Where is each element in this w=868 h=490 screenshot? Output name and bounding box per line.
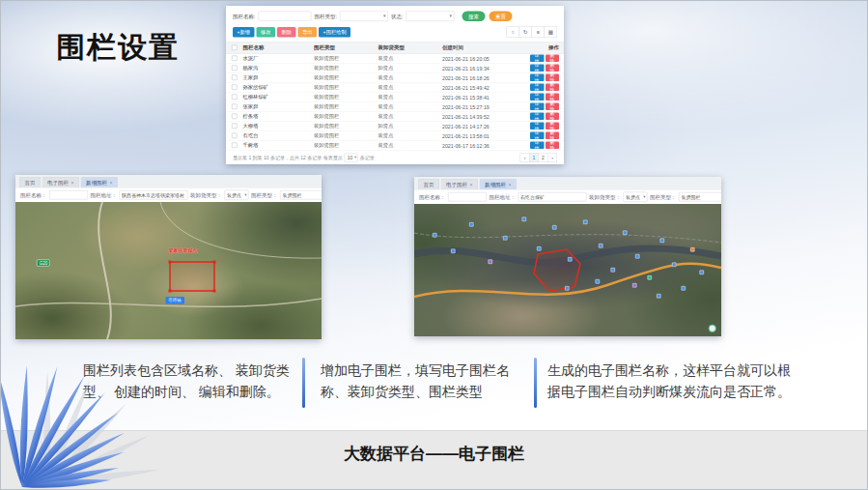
- delete-button[interactable]: 删除: [277, 27, 296, 38]
- town-marker[interactable]: 店塔镇: [165, 297, 184, 304]
- row-checkbox[interactable]: [232, 104, 238, 110]
- tab-home[interactable]: 首页: [19, 177, 41, 187]
- col-fence-type: 围栏类型: [314, 44, 378, 52]
- columns-icon[interactable]: ▦: [545, 26, 558, 38]
- cell-load-type: 装货点: [378, 84, 443, 91]
- map-marker[interactable]: [599, 244, 603, 248]
- map-marker[interactable]: [433, 233, 437, 238]
- row-delete-button[interactable]: 删除: [546, 142, 559, 150]
- search-button[interactable]: 搜索: [462, 11, 486, 21]
- add-button[interactable]: +新增: [233, 27, 255, 38]
- map-marker[interactable]: [690, 247, 695, 252]
- form-load-select[interactable]: 装货点: [624, 192, 648, 203]
- row-checkbox[interactable]: [232, 56, 238, 62]
- map-marker[interactable]: [700, 271, 705, 275]
- cell-created: 2021-06-21 15:38:41: [442, 94, 530, 100]
- close-icon[interactable]: ×: [109, 180, 112, 186]
- form-name-input[interactable]: [49, 190, 88, 200]
- cell-fence-type: 装卸货围栏: [314, 65, 378, 72]
- tab-new-fence[interactable]: 新增围栏×: [80, 177, 117, 187]
- map-marker[interactable]: [635, 254, 640, 259]
- cell-created: 2021-06-21 16:20:05: [442, 55, 530, 61]
- cell-fence-name: 大柳塔: [243, 123, 315, 130]
- row-detail-button[interactable]: 详情: [530, 142, 544, 150]
- map-marker[interactable]: [596, 279, 601, 284]
- map-compass[interactable]: [709, 325, 717, 333]
- row-checkbox[interactable]: [232, 75, 238, 81]
- map-marker[interactable]: [648, 275, 653, 280]
- cell-fence-type: 装卸货围栏: [314, 55, 378, 62]
- search-icon[interactable]: ○: [507, 26, 520, 38]
- reset-button[interactable]: 重置: [490, 11, 513, 21]
- pagination-info-suffix: 条记录: [360, 155, 375, 161]
- refresh-icon[interactable]: ↻: [519, 26, 533, 38]
- per-page-select[interactable]: 10: [345, 153, 358, 162]
- page-button[interactable]: ‹: [520, 153, 530, 162]
- fence-type-label: 围栏类型:: [315, 13, 338, 20]
- cell-load-type: 装货点: [378, 142, 443, 149]
- map-marker[interactable]: [503, 236, 508, 241]
- fence-name-input[interactable]: [259, 12, 312, 21]
- row-checkbox[interactable]: [232, 114, 238, 120]
- form-addr-input[interactable]: [518, 192, 587, 202]
- add-fence-window-city: 首页 电子围栏× 新增围栏× 围栏名称： 围栏地址： 装卸货类型： 装货点 围栏…: [414, 177, 721, 336]
- row-checkbox[interactable]: [232, 85, 238, 91]
- map-marker[interactable]: [552, 225, 557, 230]
- map-marker[interactable]: [623, 230, 628, 235]
- cell-fence-name: 红柳林煤矿: [243, 94, 315, 101]
- map-marker[interactable]: [659, 239, 664, 244]
- caption-divider: [302, 358, 305, 408]
- row-checkbox[interactable]: [232, 143, 238, 149]
- fence-type-select[interactable]: [340, 11, 388, 21]
- tab-efence[interactable]: 电子围栏×: [441, 179, 478, 189]
- cell-load-type: 装货点: [378, 55, 443, 62]
- map-marker[interactable]: [657, 294, 661, 299]
- form-name-input[interactable]: [448, 192, 487, 202]
- form-addr-label: 围栏地址：: [91, 191, 118, 199]
- map-marker[interactable]: [451, 249, 456, 254]
- map-marker[interactable]: [583, 219, 588, 224]
- select-all-checkbox[interactable]: [232, 45, 238, 51]
- tab-efence[interactable]: 电子围栏×: [42, 177, 79, 187]
- map-marker[interactable]: [611, 268, 616, 273]
- map-marker[interactable]: [488, 260, 492, 265]
- form-addr-label: 围栏地址：: [490, 193, 517, 201]
- page-button[interactable]: 2: [539, 153, 548, 162]
- map-marker[interactable]: [568, 257, 573, 262]
- form-load-select[interactable]: 装货点: [225, 190, 249, 201]
- draw-fence-button[interactable]: +围栏绘制: [319, 27, 350, 38]
- row-checkbox[interactable]: [232, 95, 238, 101]
- cell-created: 2021-06-21 16:18:26: [442, 74, 530, 80]
- form-type-label: 围栏类型：: [650, 193, 677, 201]
- satellite-map-city[interactable]: [414, 204, 721, 336]
- form-addr-input[interactable]: [120, 190, 188, 200]
- page-button[interactable]: 1: [529, 153, 539, 162]
- row-checkbox[interactable]: [232, 124, 238, 130]
- list-icon[interactable]: ≡: [532, 26, 546, 38]
- cell-fence-type: 装卸货围栏: [314, 94, 378, 101]
- row-checkbox[interactable]: [232, 66, 238, 72]
- tab-new-fence[interactable]: 新增围栏×: [479, 179, 516, 189]
- form-type-input[interactable]: [679, 192, 721, 202]
- satellite-map-rural[interactable]: 梁家塔装煤点 店塔镇 G20: [15, 202, 322, 339]
- map-marker[interactable]: [537, 246, 542, 251]
- edit-button[interactable]: 修改: [257, 27, 276, 38]
- close-icon[interactable]: ×: [71, 180, 74, 186]
- close-icon[interactable]: ×: [470, 182, 473, 187]
- form-type-input[interactable]: [280, 190, 322, 200]
- cell-fence-name: 孙家岔煤矿: [243, 84, 315, 91]
- map-marker[interactable]: [672, 262, 677, 267]
- map-marker[interactable]: [632, 283, 637, 288]
- tab-home[interactable]: 首页: [418, 179, 439, 189]
- cell-fence-type: 装卸货围栏: [314, 103, 378, 110]
- map-marker[interactable]: [565, 286, 570, 291]
- row-checkbox[interactable]: [232, 133, 238, 139]
- status-select[interactable]: [406, 11, 455, 21]
- map-marker[interactable]: [682, 286, 686, 291]
- close-icon[interactable]: ×: [508, 182, 511, 187]
- caption-generated-fence: 生成的电子围栏名称，这样平台就可以根据电子围栏自动判断煤炭流向是否正常。: [547, 360, 792, 402]
- export-button[interactable]: 导出: [298, 27, 318, 38]
- page-button[interactable]: ›: [547, 153, 557, 162]
- map-marker[interactable]: [521, 217, 526, 222]
- map-marker[interactable]: [469, 222, 474, 227]
